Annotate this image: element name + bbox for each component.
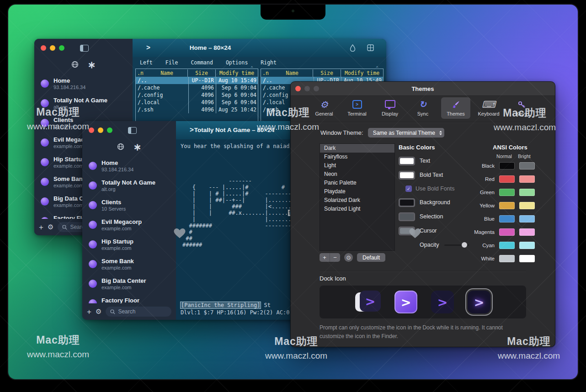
mc-menu-file[interactable]: File bbox=[165, 59, 178, 66]
ansi-normal-swatch[interactable] bbox=[499, 255, 515, 262]
status-line-2: Dlvl:1 $:7 HP:16(16) Pw:2(2) AC:0 X bbox=[181, 309, 296, 316]
bold-text-color-well[interactable] bbox=[399, 171, 415, 180]
dock-icon-picker bbox=[320, 286, 526, 318]
ansi-bright-swatch[interactable] bbox=[519, 255, 535, 262]
mc-menu-left[interactable]: Left bbox=[140, 59, 153, 66]
server-item[interactable]: Totally Not A Game alt.org bbox=[82, 175, 176, 195]
server-item[interactable]: Clients 10 Servers bbox=[82, 195, 176, 215]
ansi-bright-swatch[interactable] bbox=[519, 215, 535, 222]
globe-icon[interactable] bbox=[117, 143, 124, 152]
mc-file-row[interactable]: /.. UP--DIR Aug 10 15:49 bbox=[136, 77, 258, 84]
ansi-normal-swatch[interactable] bbox=[499, 162, 515, 170]
window-themes-preferences[interactable]: Themes General Terminal Display Sync bbox=[290, 81, 555, 347]
dock-icon-option-2[interactable] bbox=[394, 291, 417, 313]
use-bold-fonts-checkbox[interactable] bbox=[405, 185, 412, 192]
dock-icon-option-4-selected[interactable] bbox=[468, 291, 490, 313]
tab-terminal[interactable]: Terminal bbox=[342, 97, 372, 119]
globe-icon[interactable] bbox=[71, 61, 79, 70]
ansi-normal-swatch[interactable] bbox=[499, 228, 515, 236]
opacity-slider[interactable] bbox=[444, 244, 469, 246]
theme-list-item[interactable]: Dark bbox=[320, 144, 394, 153]
search-field[interactable]: Search bbox=[106, 307, 171, 317]
server-item[interactable]: Evil Megacorp example.com bbox=[82, 215, 176, 234]
server-host: example.com bbox=[101, 245, 133, 251]
close-button[interactable] bbox=[89, 127, 94, 133]
minimize-button[interactable] bbox=[98, 127, 103, 133]
mc-file-row[interactable]: /.local 4096 Sep 6 09:04 bbox=[136, 99, 258, 106]
tab-display[interactable]: Display bbox=[375, 97, 405, 119]
ansi-normal-swatch[interactable] bbox=[499, 242, 515, 249]
minimize-button[interactable] bbox=[50, 45, 55, 51]
theme-list-item[interactable]: Light bbox=[320, 161, 394, 170]
settings-gear-icon[interactable] bbox=[96, 307, 101, 316]
selection-color-well[interactable] bbox=[399, 212, 415, 221]
asterisk-keys-icon[interactable] bbox=[133, 143, 142, 152]
mc-menu-command[interactable]: Command bbox=[191, 59, 213, 66]
sidebar-toggle-icon[interactable] bbox=[128, 127, 137, 134]
window-theme-popup[interactable]: Same as Terminal Theme bbox=[368, 128, 444, 138]
prompt-logo: > bbox=[146, 43, 150, 52]
ansi-normal-swatch[interactable] bbox=[499, 189, 515, 196]
dock-icon-option-3[interactable] bbox=[431, 291, 454, 313]
background-color-well[interactable] bbox=[399, 198, 415, 207]
add-server-button[interactable] bbox=[39, 223, 43, 231]
server-item[interactable]: Totally Not A Game alt.org bbox=[34, 93, 133, 113]
tab-sync[interactable]: Sync bbox=[408, 97, 437, 119]
ansi-bright-swatch[interactable] bbox=[519, 162, 535, 170]
server-item[interactable]: Home 93.184.216.34 bbox=[82, 156, 176, 175]
mc-file-row[interactable]: /.ssh 4096 Aug 25 10:42 bbox=[136, 106, 258, 113]
window-theme-label: Window Theme: bbox=[320, 129, 363, 136]
add-theme-button[interactable] bbox=[320, 253, 330, 262]
theme-list-item[interactable]: Neon bbox=[320, 170, 394, 179]
theme-list-item[interactable]: Panic Palette bbox=[320, 179, 394, 187]
terminal-titlebar[interactable]: > Home – 80×24 bbox=[133, 39, 386, 57]
server-item[interactable]: Factory Floor example.com bbox=[82, 293, 176, 303]
theme-list-item[interactable]: Solarized Dark bbox=[320, 196, 394, 205]
ansi-bright-swatch[interactable] bbox=[519, 175, 535, 183]
tab-general[interactable]: General bbox=[309, 97, 339, 119]
preferences-toolbar: General Terminal Display Sync Themes bbox=[291, 97, 555, 119]
layout-grid-icon[interactable] bbox=[367, 44, 374, 53]
opacity-slider-knob[interactable] bbox=[462, 242, 467, 248]
search-icon bbox=[62, 225, 67, 230]
titlebar[interactable]: Themes bbox=[291, 82, 555, 96]
remove-theme-button[interactable] bbox=[330, 253, 340, 262]
ansi-bright-swatch[interactable] bbox=[519, 228, 535, 236]
ansi-normal-swatch[interactable] bbox=[499, 175, 515, 183]
theme-options-button[interactable] bbox=[344, 253, 353, 262]
ansi-bright-swatch[interactable] bbox=[519, 202, 535, 209]
ansi-bright-swatch[interactable] bbox=[519, 189, 535, 196]
server-item[interactable]: Big Data Center example.com bbox=[82, 274, 176, 293]
asterisk-keys-icon[interactable] bbox=[88, 61, 96, 70]
ansi-normal-swatch[interactable] bbox=[499, 215, 515, 222]
text-color-well[interactable] bbox=[399, 157, 415, 165]
server-item[interactable]: Home 93.184.216.34 bbox=[34, 74, 133, 93]
server-name: Hip Startup bbox=[101, 238, 133, 245]
mc-menu-options[interactable]: Options bbox=[226, 59, 248, 66]
ink-droplet-icon[interactable] bbox=[350, 44, 356, 53]
zoom-button[interactable] bbox=[59, 45, 64, 51]
theme-list-item[interactable]: Fairyfloss bbox=[320, 153, 394, 161]
default-button[interactable]: Default bbox=[357, 253, 385, 262]
mc-file-row[interactable]: /.config 4096 Sep 6 09:04 bbox=[136, 91, 258, 99]
cursor-color-well[interactable] bbox=[399, 227, 415, 235]
ansi-bright-swatch[interactable] bbox=[519, 242, 535, 249]
zoom-button[interactable] bbox=[107, 127, 112, 133]
settings-gear-icon[interactable] bbox=[48, 223, 53, 231]
tab-keys[interactable]: Keys bbox=[507, 97, 536, 119]
tab-keyboard[interactable]: Keyboard bbox=[474, 97, 503, 119]
server-item[interactable]: Some Bank example.com bbox=[82, 254, 176, 274]
close-button[interactable] bbox=[41, 45, 46, 51]
ansi-normal-swatch[interactable] bbox=[499, 202, 515, 209]
add-server-button[interactable] bbox=[87, 308, 91, 316]
display-icon bbox=[385, 100, 395, 108]
mc-file-row[interactable]: /.cache 4096 Sep 6 09:04 bbox=[136, 84, 258, 91]
sidebar-toggle-icon[interactable] bbox=[80, 45, 89, 52]
theme-list-item[interactable]: Solarized Light bbox=[320, 205, 394, 213]
tab-themes[interactable]: Themes bbox=[441, 97, 470, 119]
theme-list-item[interactable]: Playdate bbox=[320, 187, 394, 196]
mc-menu-right[interactable]: Right bbox=[261, 59, 277, 66]
server-item[interactable]: Hip Startup example.com bbox=[82, 234, 176, 254]
server-orb-icon bbox=[89, 162, 97, 170]
dock-icon-option-1[interactable] bbox=[355, 291, 381, 313]
